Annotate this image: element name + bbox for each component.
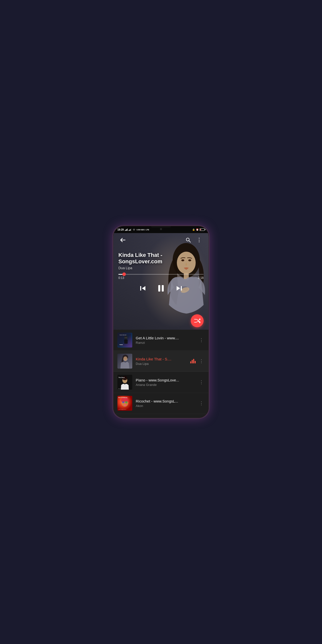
- track-menu-button-4[interactable]: ⋮: [198, 400, 204, 407]
- track-title-4: Ricochet - www.SongsL...: [136, 399, 196, 403]
- status-right: 🔒 ⏰ 5: [192, 228, 204, 231]
- track-item-1[interactable]: RAMZI TOUCH THE SKY Get A Little Lovin -…: [114, 330, 208, 351]
- track-actions-2: ⋮: [190, 358, 204, 365]
- svg-rect-14: [124, 339, 128, 344]
- svg-point-6: [186, 238, 189, 241]
- svg-rect-8: [140, 286, 141, 290]
- track-info-3: Piano - www.SongsLove... Ariana Grande: [136, 378, 196, 387]
- track-title-3: Piano - www.SongsLove...: [136, 378, 196, 382]
- album-art-4: Best Of February www.SongsLover.co: [118, 396, 132, 411]
- wifi-icon: [132, 228, 136, 231]
- svg-text:TOUCH THE SKY: TOUCH THE SKY: [120, 335, 126, 336]
- ramzi-album-art: RAMZI TOUCH THE SKY: [118, 334, 132, 346]
- total-time: 3:18: [198, 276, 204, 280]
- notch: [151, 226, 171, 228]
- track-artist-3: Ariana Grande: [136, 383, 196, 387]
- svg-rect-16: [126, 337, 127, 338]
- battery-level: 5: [200, 228, 201, 230]
- track-title-1: Get A Little Lovin - www....: [136, 336, 196, 340]
- album-art-3: The Best Ariana Grande: [118, 375, 132, 390]
- track-actions-4: ⋮: [198, 400, 204, 407]
- sig-bar-4: [127, 228, 128, 231]
- back-arrow-icon: [120, 238, 126, 242]
- progress-thumb[interactable]: [122, 272, 126, 276]
- equalizer-bars: [190, 359, 196, 363]
- sig-bar-3: [126, 229, 127, 231]
- progress-section: 0:13 3:18: [114, 270, 208, 280]
- current-time: 0:13: [118, 276, 124, 280]
- pause-button[interactable]: [156, 284, 166, 293]
- data-speed: 0.58 KB/S: [137, 229, 145, 230]
- track-info-1: Get A Little Lovin - www.... Ramzi: [136, 336, 196, 344]
- svg-point-33: [125, 401, 128, 403]
- header-right-icons: ⋮: [184, 236, 204, 244]
- akon-album-art: Best Of February www.SongsLover.co: [118, 396, 132, 411]
- svg-text:Ariana Grande: Ariana Grande: [118, 388, 125, 389]
- search-icon: [186, 238, 191, 242]
- album-art-1: RAMZI TOUCH THE SKY: [118, 333, 132, 348]
- svg-text:Best Of February: Best Of February: [118, 397, 128, 398]
- svg-rect-15: [124, 337, 126, 338]
- player-info: Kinda Like That - SongsLover.com Dua Lip…: [114, 247, 208, 270]
- svg-rect-10: [162, 285, 164, 292]
- track-menu-button-3[interactable]: ⋮: [198, 378, 204, 386]
- svg-line-7: [189, 241, 190, 242]
- track-info-4: Ricochet - www.SongsL... Akon: [136, 399, 196, 408]
- prev-button[interactable]: [140, 285, 146, 292]
- signal-bars-1: [125, 228, 128, 231]
- dua-album-art: [118, 354, 132, 368]
- lock-icon: 🔒: [192, 228, 195, 231]
- shuffle-button[interactable]: [191, 314, 204, 327]
- track-artist-1: Ramzi: [136, 341, 196, 344]
- sig2-bar-2: [129, 230, 130, 231]
- sig2-bar-3: [130, 229, 130, 231]
- time-display: 19:29: [118, 228, 124, 231]
- progress-bar[interactable]: [118, 274, 204, 275]
- prev-icon: [140, 285, 146, 292]
- next-button[interactable]: [176, 285, 182, 292]
- track-info-2: Kinda Like That - S.... Dua Lipa: [136, 357, 188, 366]
- pause-icon: [156, 284, 166, 293]
- back-button[interactable]: [118, 236, 127, 244]
- player-controls: [114, 280, 208, 297]
- alarm-icon: ⏰: [196, 228, 199, 231]
- eq-bar-1: [190, 362, 191, 363]
- status-left: 19:29 0.58 KB/S: [118, 228, 149, 231]
- screen: 19:29 0.58 KB/S: [114, 226, 208, 418]
- eq-bar-4: [195, 361, 196, 363]
- track-menu-button-2[interactable]: ⋮: [198, 358, 204, 365]
- track-artist-4: Akon: [136, 404, 196, 408]
- track-menu-button-1[interactable]: ⋮: [198, 336, 204, 344]
- shuffle-icon: [194, 318, 200, 324]
- svg-point-23: [123, 356, 127, 361]
- playlist-section[interactable]: RAMZI TOUCH THE SKY Get A Little Lovin -…: [114, 330, 208, 418]
- svg-rect-9: [158, 285, 160, 292]
- camera-dot: [160, 228, 162, 230]
- sig2-bar-4: [131, 228, 131, 231]
- track-title-2: Kinda Like That - S....: [136, 357, 188, 361]
- eq-bar-2: [192, 360, 193, 363]
- network-type: LTE: [146, 228, 149, 231]
- eq-bar-3: [193, 359, 194, 363]
- track-item-3[interactable]: The Best Ariana Grande Piano - www.Songs…: [114, 372, 208, 393]
- track-artist-2: Dua Lipa: [136, 362, 188, 366]
- svg-text:The Best: The Best: [118, 377, 124, 378]
- more-menu-button[interactable]: ⋮: [195, 236, 204, 244]
- search-button[interactable]: [184, 236, 193, 244]
- battery-indicator: 5: [200, 228, 204, 231]
- svg-rect-11: [181, 286, 182, 290]
- track-item-2[interactable]: Kinda Like That - S.... Dua Lipa ⋮: [114, 351, 208, 372]
- track-item-4[interactable]: Best Of February www.SongsLover.co Ricoc…: [114, 393, 208, 414]
- next-icon: [176, 285, 182, 292]
- phone-frame: 19:29 0.58 KB/S: [113, 226, 209, 418]
- album-art-2: [118, 354, 132, 368]
- sig-bar-2: [126, 230, 126, 231]
- now-playing-title: Kinda Like That - SongsLover.com: [118, 252, 173, 265]
- time-labels: 0:13 3:18: [118, 276, 204, 280]
- svg-text:RAMZI: RAMZI: [120, 344, 123, 345]
- progress-fill: [118, 274, 124, 275]
- svg-point-32: [122, 401, 124, 403]
- ariana-album-art: The Best Ariana Grande: [118, 375, 132, 390]
- player-section: ⋮ Kinda Like That - SongsLover.com Dua L…: [114, 233, 208, 330]
- track-actions-1: ⋮: [198, 336, 204, 344]
